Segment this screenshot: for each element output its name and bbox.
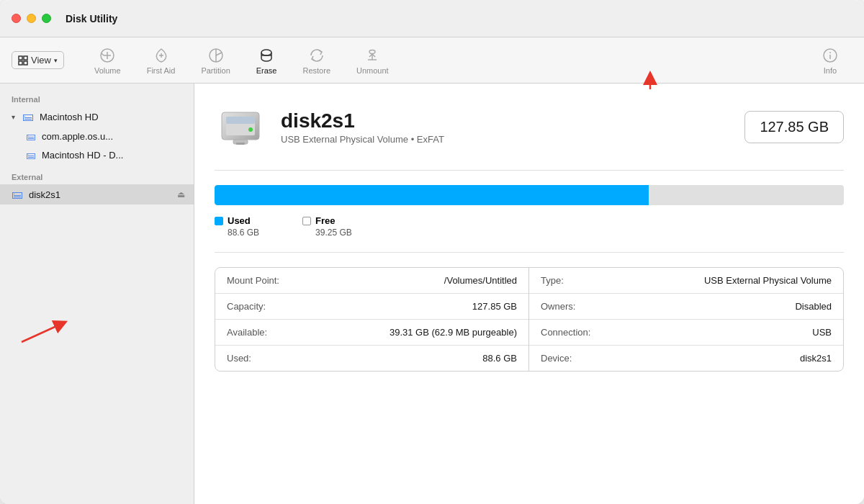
usage-bar-container bbox=[215, 185, 844, 205]
erase-icon bbox=[257, 46, 276, 65]
toolbar-action-partition[interactable]: Partition bbox=[188, 42, 243, 79]
svg-rect-0 bbox=[19, 56, 22, 60]
info-icon bbox=[821, 46, 840, 65]
info-row-type: Type: USB External Physical Volume bbox=[529, 268, 843, 294]
free-dot bbox=[302, 217, 311, 225]
macintosh-hd-d-label: Macintosh HD - D... bbox=[42, 150, 123, 161]
info-col-right: Type: USB External Physical Volume Owner… bbox=[529, 268, 843, 371]
info-col-left: Mount Point: /Volumes/Untitled Capacity:… bbox=[215, 268, 529, 371]
info-row-mount-point: Mount Point: /Volumes/Untitled bbox=[215, 268, 528, 294]
disk-image bbox=[216, 102, 265, 151]
type-value: USB External Physical Volume bbox=[627, 275, 832, 286]
view-button[interactable]: View ▾ bbox=[12, 51, 64, 69]
legend-free: Free 39.25 GB bbox=[302, 215, 352, 238]
sidebar-item-com-apple[interactable]: 🖴 com.apple.os.u... bbox=[0, 127, 194, 145]
info-row-available: Available: 39.31 GB (62.9 MB purgeable) bbox=[215, 320, 528, 346]
mount-point-label: Mount Point: bbox=[227, 275, 313, 286]
internal-section-label: Internal bbox=[0, 92, 194, 107]
info-row-device: Device: disk2s1 bbox=[529, 346, 843, 371]
svg-rect-2 bbox=[19, 61, 22, 65]
chevron-down-icon: ▾ bbox=[12, 113, 15, 121]
capacity-value: 127.85 GB bbox=[313, 301, 517, 312]
maximize-button[interactable] bbox=[42, 14, 51, 23]
unmount-icon bbox=[363, 46, 382, 65]
svg-point-11 bbox=[261, 50, 271, 55]
info-row-used: Used: 88.6 GB bbox=[215, 346, 528, 371]
disk-name: disk2s1 bbox=[281, 109, 730, 132]
svg-point-26 bbox=[248, 127, 253, 132]
main-layout: Internal ▾ 🖴 Macintosh HD 🖴 com.apple.os… bbox=[0, 84, 864, 504]
external-section-label: External bbox=[0, 170, 194, 184]
disk2s1-label: disk2s1 bbox=[29, 189, 60, 200]
legend-free-header: Free bbox=[302, 215, 352, 226]
info-row-capacity: Capacity: 127.85 GB bbox=[215, 294, 528, 320]
device-value: disk2s1 bbox=[627, 353, 832, 364]
sidebar-item-macintosh-hd-d[interactable]: 🖴 Macintosh HD - D... bbox=[0, 145, 194, 164]
svg-line-7 bbox=[102, 53, 104, 55]
info-row-connection: Connection: USB bbox=[529, 320, 843, 346]
disk-info: disk2s1 USB External Physical Volume • E… bbox=[281, 109, 730, 145]
sidebar-item-disk2s1[interactable]: 🖴 disk2s1 ⏏ bbox=[0, 184, 194, 204]
toolbar-action-volume[interactable]: Volume bbox=[81, 42, 134, 79]
restore-icon bbox=[307, 46, 326, 65]
first-aid-label: First Aid bbox=[147, 66, 176, 75]
available-value: 39.31 GB (62.9 MB purgeable) bbox=[313, 327, 517, 338]
restore-label: Restore bbox=[303, 66, 331, 75]
legend-used-header: Used bbox=[215, 215, 259, 226]
type-label: Type: bbox=[541, 275, 627, 286]
eject-icon: ⏏ bbox=[177, 189, 185, 199]
volume-label: Volume bbox=[94, 66, 121, 75]
usage-section: Used 88.6 GB Free 39.25 GB bbox=[215, 170, 844, 238]
macintosh-hd-disk-icon: 🖴 bbox=[22, 110, 34, 123]
used-label: Used bbox=[228, 215, 251, 226]
info-row-owners: Owners: Disabled bbox=[529, 294, 843, 320]
app-title: Disk Utility bbox=[66, 13, 117, 24]
toolbar-action-erase[interactable]: Erase bbox=[243, 42, 290, 79]
disk-size-badge: 127.85 GB bbox=[744, 111, 844, 143]
available-label: Available: bbox=[227, 327, 313, 338]
info-table: Mount Point: /Volumes/Untitled Capacity:… bbox=[215, 267, 844, 372]
close-button[interactable] bbox=[12, 14, 21, 23]
svg-point-13 bbox=[369, 50, 375, 53]
view-label: View bbox=[31, 55, 51, 66]
minimize-button[interactable] bbox=[27, 14, 36, 23]
first-aid-icon bbox=[152, 46, 171, 65]
disk-thumbnail bbox=[215, 101, 266, 153]
toolbar-action-info[interactable]: Info bbox=[808, 42, 852, 79]
sidebar-item-macintosh-hd[interactable]: ▾ 🖴 Macintosh HD bbox=[0, 107, 194, 127]
owners-value: Disabled bbox=[627, 301, 832, 312]
connection-value: USB bbox=[627, 327, 832, 338]
view-chevron-icon: ▾ bbox=[54, 57, 58, 64]
disk-subtitle: USB External Physical Volume • ExFAT bbox=[281, 134, 730, 145]
sidebar-arrow-overlay bbox=[7, 302, 94, 346]
content-area: disk2s1 USB External Physical Volume • E… bbox=[194, 84, 864, 504]
svg-point-16 bbox=[830, 52, 831, 53]
volume-icon bbox=[98, 46, 117, 65]
toolbar-action-restore[interactable]: Restore bbox=[290, 42, 344, 79]
view-icon bbox=[18, 55, 28, 66]
sidebar: Internal ▾ 🖴 Macintosh HD 🖴 com.apple.os… bbox=[0, 84, 194, 504]
usage-bar-fill bbox=[215, 185, 649, 205]
info-label: Info bbox=[824, 66, 837, 75]
toolbar: View ▾ Volume bbox=[0, 37, 864, 84]
disk2s1-disk-icon: 🖴 bbox=[12, 188, 23, 201]
com-apple-disk-icon: 🖴 bbox=[26, 130, 36, 142]
connection-label: Connection: bbox=[541, 327, 627, 338]
toolbar-action-first-aid[interactable]: First Aid bbox=[134, 42, 189, 79]
used-info-value: 88.6 GB bbox=[313, 353, 517, 364]
capacity-label: Capacity: bbox=[227, 301, 313, 312]
erase-label: Erase bbox=[256, 66, 277, 75]
toolbar-action-unmount[interactable]: Unmount bbox=[343, 42, 402, 79]
svg-line-20 bbox=[22, 324, 61, 342]
macintosh-hd-label: Macintosh HD bbox=[40, 112, 99, 122]
svg-rect-25 bbox=[236, 143, 245, 145]
free-label: Free bbox=[315, 215, 335, 226]
legend-used: Used 88.6 GB bbox=[215, 215, 259, 238]
toolbar-left: View ▾ bbox=[12, 51, 64, 69]
svg-rect-1 bbox=[24, 56, 27, 60]
used-info-label: Used: bbox=[227, 353, 313, 364]
svg-rect-23 bbox=[226, 117, 255, 124]
macintosh-hd-d-disk-icon: 🖴 bbox=[26, 149, 36, 161]
used-value: 88.6 GB bbox=[215, 228, 259, 238]
usage-legend: Used 88.6 GB Free 39.25 GB bbox=[215, 215, 844, 238]
